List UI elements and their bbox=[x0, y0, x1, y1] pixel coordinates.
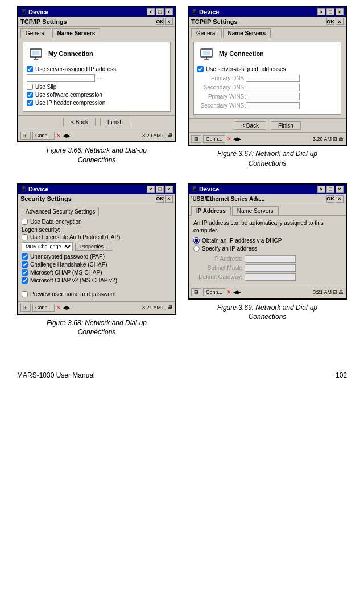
titlebar-resize-btn-fig68[interactable]: □ bbox=[156, 186, 164, 193]
device-icon-fig69: 📱 bbox=[191, 186, 197, 192]
usb-inner-fig69: An IP address can be automatically assig… bbox=[193, 219, 341, 281]
conn-taskbar-fig69[interactable]: Conn... bbox=[203, 288, 225, 296]
device-icon-fig68: 📱 bbox=[20, 186, 27, 192]
ms-chap-checkbox-fig68[interactable] bbox=[22, 269, 28, 276]
titlebar-resize-btn-fig69[interactable]: □ bbox=[326, 186, 334, 193]
figures-row-2: 📱 Device × □ × Security Settings OK × bbox=[11, 183, 353, 338]
tab-general-fig67[interactable]: General bbox=[191, 28, 222, 38]
titlebar-left-fig68: 📱 Device bbox=[20, 186, 48, 192]
taskbar-fig69: ⊞ Conn... ✕ ◀▶ 3:21 AM ⊡ 🖶 bbox=[189, 286, 346, 298]
auth-dropdown-fig68[interactable]: MD5-Challenge bbox=[22, 242, 73, 251]
titlebar-icon-btn-fig67[interactable]: × bbox=[317, 8, 325, 15]
primary-wins-input-fig67[interactable] bbox=[246, 93, 300, 100]
dialog-title-fig68: Security Settings bbox=[20, 195, 72, 202]
caption-fig67: Figure 3.67: Network and Dial-up Connect… bbox=[217, 149, 317, 169]
start-btn-fig69[interactable]: ⊞ bbox=[191, 288, 201, 296]
ms-chap2-label-fig68: Microsoft CHAP v2 (MS-CHAP v2) bbox=[30, 277, 117, 284]
conn-taskbar-fig67[interactable]: Conn... bbox=[203, 135, 225, 143]
finish-btn-fig67[interactable]: Finish bbox=[271, 121, 301, 130]
page-footer: MARS-1030 User Manual 102 bbox=[11, 371, 353, 379]
default-gateway-label-fig69: Default Gateway: bbox=[193, 274, 245, 280]
close-btn-fig66[interactable]: × bbox=[165, 18, 173, 25]
taskbar-icon1-fig66: ⊡ bbox=[162, 133, 167, 138]
conn-taskbar-fig66[interactable]: Conn... bbox=[32, 132, 55, 140]
finish-btn-fig66[interactable]: Finish bbox=[100, 118, 130, 126]
connection-header-fig66: My Connection bbox=[27, 46, 167, 62]
dropdown-row-fig68: MD5-Challenge Properties... bbox=[22, 242, 172, 251]
titlebar-resize-btn-fig66[interactable]: □ bbox=[156, 8, 164, 15]
advanced-tab-header-fig68[interactable]: Advanced Security Settings bbox=[22, 207, 99, 216]
back-btn-fig66[interactable]: < Back bbox=[63, 118, 96, 126]
start-btn-fig67[interactable]: ⊞ bbox=[191, 135, 201, 143]
ok-btn-fig67[interactable]: OK bbox=[326, 18, 334, 25]
titlebar-close-btn-fig69[interactable]: × bbox=[336, 186, 344, 193]
close-btn-fig69[interactable]: × bbox=[336, 195, 344, 203]
taskbar-icons-fig66: 3:20 AM ⊡ 🖶 bbox=[142, 133, 173, 138]
eap-checkbox-fig68[interactable] bbox=[22, 234, 28, 240]
tab-nameservers-fig69[interactable]: Name Servers bbox=[232, 206, 279, 215]
start-btn-fig66[interactable]: ⊞ bbox=[20, 132, 31, 140]
data-encryption-label-fig68: Use Data encryption bbox=[30, 219, 82, 225]
server-assigned-checkbox-fig67[interactable] bbox=[197, 66, 204, 72]
page-container: 📱 Device × □ × TCP/IP Settings OK × bbox=[0, 0, 364, 391]
secondary-dns-input-fig67[interactable] bbox=[246, 84, 300, 91]
tab-nameservers-fig66[interactable]: Name Servers bbox=[52, 28, 101, 38]
titlebar-icon-btn-fig69[interactable]: × bbox=[317, 186, 325, 193]
conn-icon-fig66 bbox=[27, 46, 45, 62]
ok-btn-fig68[interactable]: OK bbox=[156, 195, 164, 203]
taskbar-icon2-fig66: 🖶 bbox=[168, 133, 173, 138]
dhcp-radio-row-fig69: Obtain an IP address via DHCP bbox=[193, 237, 341, 244]
preview-checkbox-fig68[interactable] bbox=[22, 291, 28, 297]
specify-radio-fig69[interactable] bbox=[193, 245, 200, 252]
pap-checkbox-fig68[interactable] bbox=[22, 253, 28, 260]
taskbar-icons-fig68: 3:21 AM ⊡ 🖶 bbox=[142, 305, 173, 310]
software-compression-checkbox-fig66[interactable] bbox=[27, 92, 33, 98]
taskbar-icon2-fig69: 🖶 bbox=[338, 289, 344, 295]
data-encryption-checkbox-fig68[interactable] bbox=[22, 219, 28, 225]
server-assigned-checkbox-fig66[interactable] bbox=[27, 66, 33, 72]
tab-general-fig66[interactable]: General bbox=[20, 28, 51, 38]
titlebar-resize-btn-fig67[interactable]: □ bbox=[326, 8, 334, 15]
security-content-fig68: Advanced Security Settings Use Data encr… bbox=[18, 204, 175, 301]
ip-address-input-fig69[interactable] bbox=[245, 255, 296, 263]
titlebar-icon-btn-fig68[interactable]: × bbox=[147, 186, 155, 193]
start-btn-fig68[interactable]: ⊞ bbox=[20, 304, 31, 312]
tab-ipaddress-fig69[interactable]: IP Address bbox=[191, 206, 231, 216]
specify-radio-row-fig69: Specify an IP address bbox=[193, 245, 341, 252]
titlebar-device-label-fig68: Device bbox=[28, 186, 48, 192]
ok-btn-fig66[interactable]: OK bbox=[156, 18, 164, 25]
back-btn-fig67[interactable]: < Back bbox=[234, 121, 266, 130]
default-gateway-input-fig69[interactable] bbox=[245, 273, 296, 281]
titlebar-close-btn-fig67[interactable]: × bbox=[336, 8, 344, 15]
subnet-mask-input-fig69[interactable] bbox=[245, 264, 296, 272]
use-slip-checkbox-fig66[interactable] bbox=[27, 84, 33, 90]
preview-label-fig68: Preview user name and password bbox=[30, 291, 116, 297]
conn-taskbar-fig68[interactable]: Conn... bbox=[32, 304, 55, 312]
titlebar-icon-btn-fig66[interactable]: × bbox=[147, 8, 155, 15]
subnet-mask-label-fig69: Subnet Mask: bbox=[193, 265, 245, 271]
titlebar-fig68: 📱 Device × □ × bbox=[18, 185, 175, 194]
secondary-wins-input-fig67[interactable] bbox=[246, 102, 300, 109]
primary-dns-input-fig67[interactable] bbox=[246, 75, 300, 82]
titlebar-close-btn-fig68[interactable]: × bbox=[165, 186, 173, 193]
dns-fields-fig67: Primary DNS: Secondary DNS: Primary WINS… bbox=[197, 75, 337, 109]
ip-header-row-fig66: Use IP header compression bbox=[27, 100, 167, 106]
ip-header-checkbox-fig66[interactable] bbox=[27, 100, 33, 106]
titlebar-left-fig66: 📱 Device bbox=[20, 9, 48, 15]
properties-btn-fig68[interactable]: Properties... bbox=[75, 243, 113, 251]
titlebar-buttons-fig69: × □ × bbox=[317, 186, 344, 193]
close-btn-fig68[interactable]: × bbox=[165, 195, 173, 203]
ok-btn-fig69[interactable]: OK bbox=[326, 195, 334, 203]
taskbar-x-icon-fig69: ✕ bbox=[227, 289, 231, 295]
conn-name-fig67: My Connection bbox=[219, 50, 264, 57]
dialog-fig67: 📱 Device × □ × TCP/IP Settings OK × bbox=[188, 6, 347, 146]
close-btn-fig67[interactable]: × bbox=[336, 18, 344, 25]
figure-69-col: 📱 Device × □ × 'USB/Ethernet Series Ada.… bbox=[185, 183, 350, 338]
tab-nameservers-fig67[interactable]: Name Servers bbox=[223, 28, 271, 38]
dhcp-radio-fig69[interactable] bbox=[193, 237, 200, 244]
ip-input-fig66[interactable] bbox=[27, 74, 95, 82]
titlebar-close-btn-fig66[interactable]: × bbox=[165, 8, 173, 15]
chap-checkbox-fig68[interactable] bbox=[22, 261, 28, 268]
ms-chap2-checkbox-fig68[interactable] bbox=[22, 277, 28, 284]
dialog-fig68: 📱 Device × □ × Security Settings OK × bbox=[17, 183, 176, 315]
